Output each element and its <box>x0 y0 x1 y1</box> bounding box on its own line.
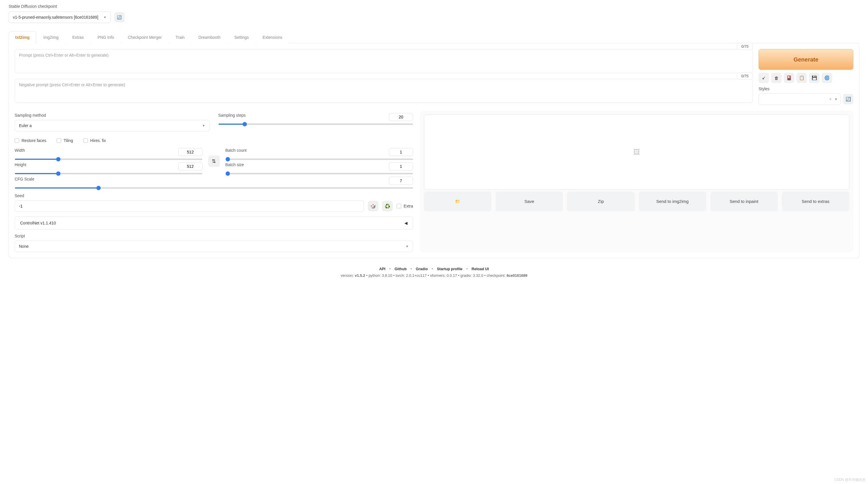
tiling-checkbox[interactable]: Tiling <box>57 138 73 143</box>
batch-count-slider[interactable] <box>225 159 413 160</box>
checkpoint-select[interactable]: v1-5-pruned-emaonly.safetensors [6ce0161… <box>9 11 111 23</box>
styles-clear[interactable]: × <box>829 97 832 102</box>
generate-button[interactable]: Generate <box>758 49 854 70</box>
refresh-styles-button[interactable]: 🔄 <box>843 94 854 104</box>
paste-button[interactable]: ↙ <box>758 73 769 83</box>
footer-reload-link[interactable]: Reload UI <box>472 267 489 271</box>
tab-txt2img[interactable]: txt2img <box>9 31 36 44</box>
width-label: Width <box>14 148 25 152</box>
batch-size-input[interactable] <box>389 162 413 170</box>
sampling-steps-label: Sampling steps <box>218 113 246 118</box>
footer-gradio-ver: gradio: 3.32.0 <box>460 273 484 278</box>
folder-icon: 📁 <box>455 199 460 204</box>
footer-gradio-link[interactable]: Gradio <box>415 267 428 271</box>
sampling-steps-input[interactable] <box>389 113 413 121</box>
checkbox-icon <box>14 138 19 143</box>
tab-settings[interactable]: Settings <box>228 31 256 44</box>
dice-icon: 🎲 <box>370 203 376 209</box>
send-to-extras-button[interactable]: Send to extras <box>782 192 849 211</box>
footer-api-link[interactable]: API <box>379 267 385 271</box>
checkbox-icon <box>83 138 88 143</box>
checkpoint-value: v1-5-pruned-emaonly.safetensors [6ce0161… <box>13 15 98 20</box>
controlnet-title: ControlNet v1.1.410 <box>20 221 56 225</box>
send-to-inpaint-button[interactable]: Send to inpaint <box>710 192 778 211</box>
script-value: None <box>19 244 28 249</box>
prompt-input[interactable] <box>14 49 753 73</box>
open-folder-button[interactable]: 📁 <box>424 192 491 211</box>
apply-style-button[interactable]: 🌀 <box>822 73 832 83</box>
seed-input[interactable] <box>14 200 364 212</box>
width-slider[interactable] <box>14 159 203 160</box>
main-tabs: txt2img img2img Extras PNG Info Checkpoi… <box>9 31 859 44</box>
controlnet-accordion[interactable]: ControlNet v1.1.410 ◀ <box>14 217 413 230</box>
reuse-seed-button[interactable]: ♻️ <box>382 201 393 211</box>
footer-version: v1.5.2 <box>355 273 365 278</box>
swap-dimensions-button[interactable]: ⇅ <box>208 155 220 167</box>
refresh-icon: 🔄 <box>846 96 851 102</box>
tab-extras[interactable]: Extras <box>66 31 91 44</box>
image-placeholder-icon: 🖼 <box>633 148 640 156</box>
checkpoint-label: Stable Diffusion checkpoint <box>9 4 859 9</box>
send-to-img2img-button[interactable]: Send to img2img <box>639 192 706 211</box>
chevron-down-icon: ▼ <box>202 124 205 127</box>
styles-select[interactable]: × ▼ <box>758 93 841 105</box>
clear-button[interactable]: 🗑 <box>771 73 781 83</box>
footer-xformers: xformers: 0.0.17 <box>430 273 457 278</box>
clipboard-button[interactable]: 📋 <box>797 73 807 83</box>
styles-label: Styles <box>758 86 854 91</box>
batch-size-slider[interactable] <box>225 173 413 174</box>
output-image-area: 🖼 <box>424 115 849 190</box>
cfg-scale-label: CFG Scale <box>14 177 34 181</box>
footer-github-link[interactable]: Github <box>395 267 407 271</box>
neg-prompt-token-counter: 0/75 <box>737 73 753 80</box>
chevron-down-icon: ▼ <box>103 16 106 19</box>
script-select[interactable]: None ▼ <box>14 240 413 252</box>
seed-extra-checkbox[interactable]: Extra <box>397 204 413 208</box>
tab-train[interactable]: Train <box>169 31 191 44</box>
cfg-scale-input[interactable] <box>389 177 413 185</box>
sampling-method-select[interactable]: Euler a ▼ <box>14 120 210 131</box>
chevron-down-icon: ▼ <box>834 97 838 101</box>
sampling-method-label: Sampling method <box>14 113 210 118</box>
random-seed-button[interactable]: 🎲 <box>368 201 378 211</box>
batch-count-label: Batch count <box>225 148 247 152</box>
width-input[interactable] <box>178 148 203 156</box>
tab-extensions[interactable]: Extensions <box>256 31 289 44</box>
trash-icon: 🗑 <box>774 76 779 81</box>
tab-img2img[interactable]: img2img <box>37 31 65 44</box>
footer-python: python: 3.8.10 <box>369 273 392 278</box>
save-icon: 💾 <box>812 75 817 81</box>
save-style-button[interactable]: 💾 <box>809 73 819 83</box>
footer-checkpoint: 6ce0161689 <box>507 273 527 278</box>
cfg-scale-slider[interactable] <box>14 188 413 189</box>
script-label: Script <box>14 234 413 238</box>
hires-fix-checkbox[interactable]: Hires. fix <box>83 138 106 143</box>
recycle-icon: ♻️ <box>384 203 390 209</box>
batch-size-label: Batch size <box>225 162 244 167</box>
height-input[interactable] <box>178 162 203 170</box>
chevron-down-icon: ▼ <box>406 245 409 248</box>
footer: API • Github • Gradio • Startup profile … <box>9 267 859 278</box>
refresh-checkpoint-button[interactable]: 🔄 <box>114 12 125 22</box>
height-slider[interactable] <box>14 173 203 174</box>
checkbox-icon <box>397 204 401 208</box>
checkbox-icon <box>57 138 61 143</box>
seed-label: Seed <box>14 193 413 198</box>
batch-count-input[interactable] <box>389 148 413 156</box>
sampling-method-value: Euler a <box>19 123 32 128</box>
negative-prompt-input[interactable] <box>14 79 753 103</box>
zip-output-button[interactable]: Zip <box>567 192 634 211</box>
restore-faces-checkbox[interactable]: Restore faces <box>14 138 46 143</box>
tab-png-info[interactable]: PNG Info <box>91 31 121 44</box>
tab-dreambooth[interactable]: Dreambooth <box>192 31 227 44</box>
swap-icon: ⇅ <box>212 158 216 164</box>
arrow-down-left-icon: ↙ <box>762 75 766 81</box>
footer-startup-link[interactable]: Startup profile <box>437 267 462 271</box>
triangle-left-icon: ◀ <box>404 221 408 225</box>
clipboard-icon: 📋 <box>799 75 805 81</box>
refresh-icon: 🔄 <box>117 15 122 20</box>
tab-checkpoint-merger[interactable]: Checkpoint Merger <box>121 31 168 44</box>
save-output-button[interactable]: Save <box>495 192 563 211</box>
sampling-steps-slider[interactable] <box>218 123 413 125</box>
extra-networks-button[interactable]: 🎴 <box>784 73 794 83</box>
